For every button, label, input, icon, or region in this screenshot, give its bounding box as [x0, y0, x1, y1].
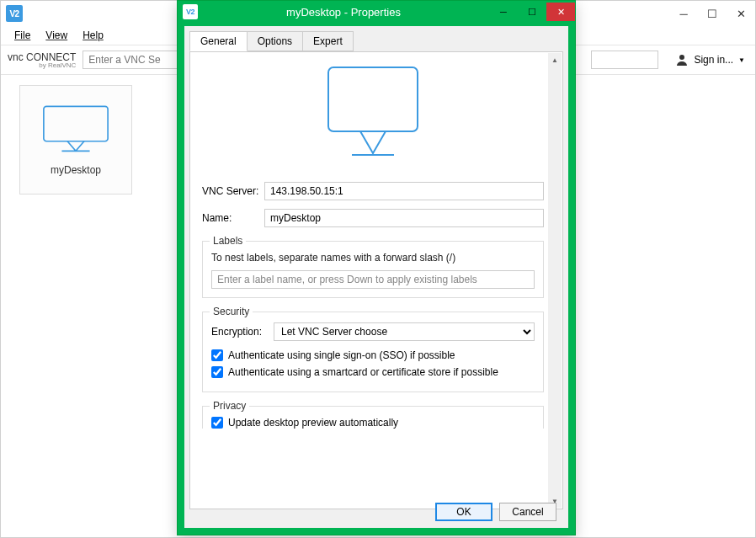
- menu-file-label: File: [14, 29, 30, 41]
- scroll-up-icon[interactable]: ▲: [548, 53, 562, 67]
- dialog-close-button[interactable]: ✕: [546, 3, 575, 21]
- menu-view-label: View: [45, 29, 67, 41]
- name-label: Name:: [202, 212, 264, 224]
- menu-help[interactable]: Help: [76, 28, 110, 43]
- monitor-icon: [40, 104, 112, 152]
- dialog-title: myDesktop - Properties: [198, 6, 489, 19]
- security-legend: Security: [210, 306, 253, 317]
- dialog-buttons: OK Cancel: [435, 503, 556, 521]
- vnc-server-row: VNC Server:: [202, 182, 544, 200]
- sso-checkbox[interactable]: [211, 349, 223, 361]
- tab-options-label: Options: [258, 35, 292, 47]
- update-preview-row: Update desktop preview automatically: [211, 417, 535, 429]
- cancel-button[interactable]: Cancel: [499, 503, 556, 521]
- name-row: Name:: [202, 209, 544, 227]
- dialog-window-controls: ─ ☐ ✕: [489, 3, 575, 21]
- tab-expert[interactable]: Expert: [302, 31, 354, 51]
- tab-expert-label: Expert: [313, 35, 343, 47]
- tile-label: myDesktop: [51, 164, 101, 176]
- properties-dialog: V2 myDesktop - Properties ─ ☐ ✕ General …: [177, 0, 576, 535]
- svg-point-0: [679, 55, 684, 60]
- blank-box: [591, 51, 658, 69]
- minimize-button[interactable]: ─: [669, 4, 698, 23]
- tab-options[interactable]: Options: [247, 31, 303, 51]
- maximize-button[interactable]: ☐: [698, 4, 727, 23]
- menu-file[interactable]: File: [8, 28, 37, 43]
- svg-rect-2: [328, 67, 418, 131]
- privacy-legend: Privacy: [210, 400, 249, 412]
- brand: vnc CONNECT by RealVNC: [8, 51, 76, 69]
- brand-sub: by RealVNC: [8, 62, 76, 69]
- labels-fieldset: Labels To nest labels, separate names wi…: [202, 241, 544, 298]
- main-window-controls: ─ ☐ ✕: [669, 4, 755, 23]
- tab-general-label: General: [200, 35, 237, 47]
- content-area: VNC Server: Name: Labels To nest labels,…: [202, 57, 544, 502]
- tab-strip: General Options Expert: [184, 26, 568, 51]
- vnc-logo-icon: V2: [6, 5, 23, 22]
- vnc-logo-icon: V2: [183, 4, 198, 19]
- vnc-server-input[interactable]: [264, 182, 544, 200]
- sso-row: Authenticate using single sign-on (SSO) …: [211, 349, 535, 361]
- security-fieldset: Security Encryption: Let VNC Server choo…: [202, 312, 544, 392]
- caret-down-icon: ▼: [738, 56, 745, 64]
- encryption-select[interactable]: Let VNC Server choose: [274, 322, 535, 341]
- monitor-large-icon: [318, 62, 428, 163]
- scrollbar[interactable]: ▲ ▼: [548, 53, 562, 508]
- smartcard-checkbox[interactable]: [211, 366, 223, 378]
- menu-help-label: Help: [83, 29, 104, 41]
- encryption-label: Encryption:: [211, 326, 274, 338]
- ok-button[interactable]: OK: [435, 503, 492, 521]
- menu-view[interactable]: View: [39, 28, 74, 43]
- smartcard-label: Authenticate using a smartcard or certif…: [228, 366, 498, 378]
- tab-general[interactable]: General: [189, 31, 248, 51]
- encryption-row: Encryption: Let VNC Server choose: [211, 322, 535, 341]
- privacy-fieldset: Privacy Update desktop preview automatic…: [202, 406, 544, 429]
- sso-label: Authenticate using single sign-on (SSO) …: [228, 349, 455, 361]
- dialog-maximize-button[interactable]: ☐: [518, 3, 546, 21]
- scroll-track[interactable]: [548, 67, 562, 494]
- labels-hint: To nest labels, separate names with a fo…: [211, 252, 535, 264]
- update-preview-checkbox[interactable]: [211, 417, 223, 429]
- signin-label: Sign in...: [694, 54, 733, 66]
- desktop-tile[interactable]: myDesktop: [19, 85, 132, 194]
- smartcard-row: Authenticate using a smartcard or certif…: [211, 366, 535, 378]
- signin-button[interactable]: Sign in... ▼: [672, 53, 748, 67]
- dialog-minimize-button[interactable]: ─: [489, 3, 518, 21]
- dialog-titlebar: V2 myDesktop - Properties ─ ☐ ✕: [178, 1, 575, 23]
- dialog-inner: General Options Expert ▲ ▼ VNC Server:: [184, 26, 568, 528]
- close-button[interactable]: ✕: [727, 4, 755, 23]
- vnc-server-label: VNC Server:: [202, 185, 264, 197]
- tab-content: ▲ ▼ VNC Server: Name: Labels: [189, 51, 563, 509]
- avatar-icon: [675, 53, 689, 67]
- labels-legend: Labels: [210, 235, 246, 247]
- svg-rect-1: [44, 106, 108, 141]
- update-preview-label: Update desktop preview automatically: [228, 417, 398, 429]
- labels-input[interactable]: [211, 270, 535, 289]
- name-input[interactable]: [264, 209, 544, 227]
